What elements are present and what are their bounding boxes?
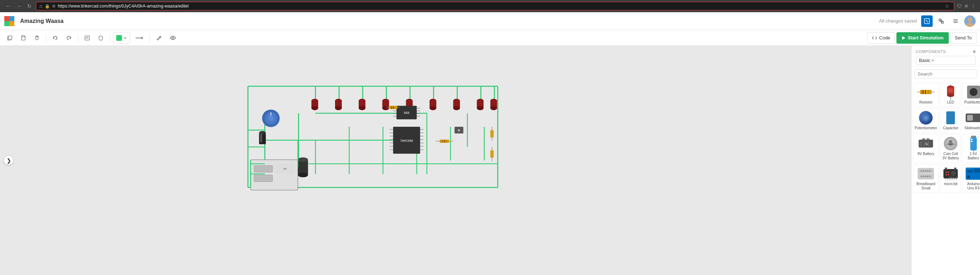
components-category-dropdown[interactable]: Basic ▾ [916, 56, 976, 65]
component-microbit[interactable]: micro:bit micro:bit [940, 164, 961, 193]
svg-rect-92 [490, 130, 493, 138]
pushbutton-label: Pushbutton [964, 100, 980, 104]
svg-point-51 [490, 106, 497, 110]
capacitor-icon [942, 111, 959, 125]
svg-text:CR2032: CR2032 [947, 143, 955, 145]
browser-close-icon[interactable]: ✕ [964, 3, 969, 9]
shield-browser-icon[interactable]: 🛡 [957, 3, 962, 9]
svg-text:N: N [458, 128, 460, 132]
component-arduino[interactable]: Arduino Uno R3 [963, 164, 980, 193]
component-led[interactable]: LED [940, 83, 961, 107]
svg-rect-84 [260, 134, 262, 142]
arduino-label: Arduino Uno R3 [964, 182, 980, 191]
component-capacitor[interactable]: Capacitor [940, 109, 961, 133]
svg-rect-134 [927, 141, 929, 146]
redo-button[interactable] [63, 32, 75, 44]
svg-rect-91 [395, 106, 396, 109]
zoom-button[interactable]: ❯ [3, 155, 14, 166]
svg-rect-95 [490, 150, 493, 158]
copy-button[interactable] [3, 32, 16, 44]
component-1v5-battery[interactable]: 1.5V Battery [963, 134, 980, 163]
svg-rect-88 [390, 106, 391, 109]
svg-point-154 [923, 176, 924, 177]
svg-rect-90 [393, 106, 394, 109]
svg-rect-102 [442, 141, 443, 142]
component-resistor[interactable]: Resistor [913, 83, 939, 107]
svg-rect-118 [923, 90, 923, 94]
svg-rect-120 [928, 90, 929, 94]
svg-rect-129 [922, 138, 925, 140]
back-button[interactable]: ← [4, 3, 12, 9]
user-avatar[interactable] [964, 16, 976, 27]
code-label: Code [879, 35, 890, 41]
svg-point-127 [948, 88, 953, 92]
address-bar[interactable]: ⚠ 🔒 ⚙ https://www.tinkercad.com/things/0… [36, 2, 954, 10]
svg-point-164 [948, 174, 949, 175]
svg-text:74HC595: 74HC595 [400, 139, 413, 142]
svg-point-33 [359, 106, 366, 110]
coin-battery-icon: 3V CR2032 [942, 137, 959, 150]
svg-point-177 [967, 175, 970, 178]
search-bar[interactable]: 🔍 [914, 70, 977, 78]
browser-menu-icon[interactable]: ⋮ [970, 3, 976, 9]
components-grid: Resistor LED [912, 81, 980, 275]
tinkercad-logo[interactable] [4, 16, 14, 26]
arduino-icon [965, 167, 980, 180]
led-label: LED [947, 100, 954, 104]
svg-point-150 [925, 170, 926, 172]
app-container: Amazing Waasa All changes saved [0, 12, 980, 275]
svg-point-152 [929, 170, 931, 172]
bookmark-icon[interactable]: ☆ [943, 3, 951, 9]
list-view-button[interactable] [950, 16, 961, 27]
pencil-tool-button[interactable] [153, 32, 165, 44]
search-input[interactable] [918, 71, 978, 77]
lock-icon: 🔒 [45, 4, 50, 9]
component-pushbutton[interactable]: Pushbutton [963, 83, 980, 107]
paste-button[interactable] [17, 32, 29, 44]
flip-button[interactable] [167, 32, 179, 44]
component-9v-battery[interactable]: 9V 9V Battery [913, 134, 939, 163]
simulate-shield-button[interactable] [95, 32, 107, 44]
send-to-button[interactable]: Send To [950, 32, 977, 44]
resistor-label: Resistor [920, 100, 933, 104]
component-breadboard[interactable]: Breadboard Small [913, 164, 939, 193]
logo-red [4, 16, 10, 21]
schematic-view-button[interactable] [935, 16, 947, 27]
svg-rect-132 [920, 141, 922, 146]
component-potentiometer[interactable]: Potentiometer [913, 109, 939, 133]
toolbar-sep-2 [78, 34, 78, 42]
color-picker-button[interactable] [113, 32, 130, 44]
canvas-area[interactable]: 555 74HC595 [0, 46, 911, 275]
pushbutton-icon [965, 85, 980, 99]
start-simulation-button[interactable]: Start Simulation [896, 32, 949, 44]
svg-rect-17 [85, 36, 89, 40]
circuit-view-button[interactable] [921, 16, 933, 27]
svg-rect-104 [447, 141, 447, 142]
panel-header: Components ≡ Basic ▾ [912, 46, 980, 66]
code-button[interactable]: Code [867, 32, 895, 44]
svg-rect-130 [927, 138, 929, 140]
svg-rect-143 [971, 141, 972, 142]
delete-button[interactable] [31, 32, 43, 44]
svg-rect-103 [444, 141, 445, 142]
refresh-button[interactable]: ↻ [26, 3, 33, 9]
svg-rect-89 [391, 106, 392, 109]
microbit-icon: micro:bit [942, 167, 959, 180]
svg-point-157 [929, 176, 931, 177]
svg-point-153 [921, 176, 922, 177]
undo-button[interactable] [49, 32, 61, 44]
panel-list-icon[interactable]: ≡ [973, 49, 976, 54]
note-button[interactable] [81, 32, 93, 44]
forward-button[interactable]: → [15, 3, 23, 9]
line-style-button[interactable] [132, 32, 147, 44]
svg-rect-119 [925, 90, 926, 94]
component-slideswitch[interactable]: Slideswitch [963, 109, 980, 133]
svg-rect-15 [36, 36, 38, 40]
component-coin-battery[interactable]: 3V CR2032 Coin Cell 3V Battery [940, 134, 961, 163]
svg-point-163 [945, 174, 947, 175]
svg-rect-3 [942, 22, 943, 23]
svg-rect-160 [954, 168, 956, 170]
extension-icon: ⚙ [52, 4, 56, 9]
svg-rect-176 [974, 169, 980, 172]
top-bar-icons [921, 16, 976, 27]
